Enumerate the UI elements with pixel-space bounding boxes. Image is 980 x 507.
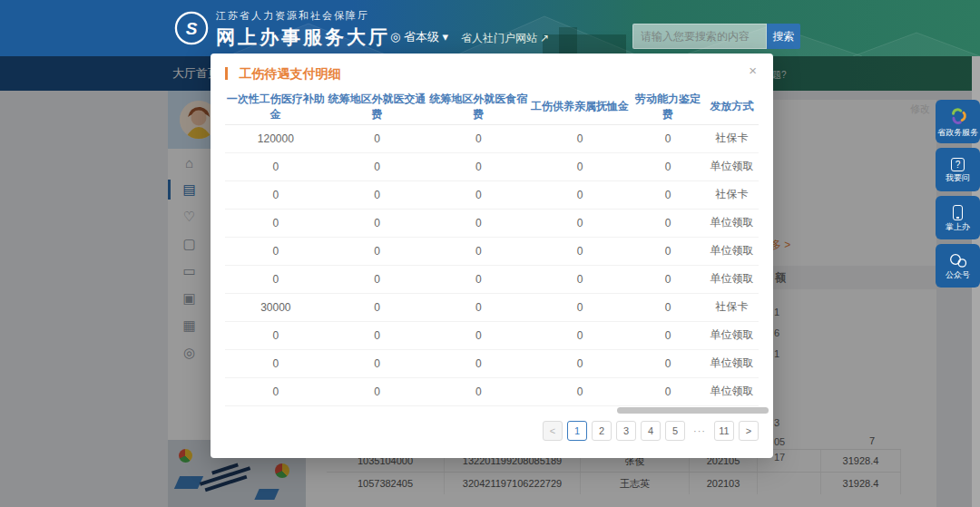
- table-cell: 0: [225, 377, 327, 405]
- table-row: 00000单位领取: [225, 237, 759, 265]
- table-header-row: 一次性工伤医疗补助金统筹地区外就医交通费统筹地区外就医食宿费工伤供养亲属抚恤金劳…: [225, 90, 759, 124]
- top-banner: S 江苏省人力资源和社会保障厅 网上办事服务大厅 ◎ 省本级 ▾ 省人社门户网站…: [0, 0, 980, 56]
- payment-detail-table: 一次性工伤医疗补助金统筹地区外就医交通费统筹地区外就医食宿费工伤供养亲属抚恤金劳…: [225, 90, 759, 406]
- table-cell: 0: [225, 237, 327, 265]
- table-cell: 0: [427, 152, 529, 180]
- table-cell: 社保卡: [705, 180, 759, 209]
- table-cell: 0: [327, 293, 428, 321]
- page: S 江苏省人力资源和社会保障厅 网上办事服务大厅 ◎ 省本级 ▾ 省人社门户网站…: [0, 0, 980, 507]
- table-cell: 0: [529, 180, 631, 209]
- table-cell: 0: [327, 377, 428, 405]
- table-cell: 单位领取: [705, 321, 759, 349]
- table-row: 00000单位领取: [225, 377, 759, 405]
- table-cell: 0: [225, 321, 327, 349]
- table-row: 00000单位领取: [225, 265, 759, 293]
- social-security-logo-icon: S: [174, 11, 209, 45]
- floating-toolbar: 省政务服务 ? 我要问 掌上办 公众号: [936, 100, 980, 292]
- next-page-button[interactable]: >: [739, 421, 759, 441]
- table-cell: 0: [631, 293, 705, 321]
- table-cell: 0: [631, 237, 705, 265]
- table-cell: 0: [631, 349, 705, 377]
- table-cell: 社保卡: [705, 293, 759, 321]
- table-cell: 0: [631, 180, 705, 209]
- question-icon: ?: [951, 158, 965, 171]
- ask-question-label: 我要问: [946, 174, 970, 182]
- gov-service-button[interactable]: 省政务服务: [936, 100, 980, 143]
- table-cell: 0: [427, 265, 529, 293]
- close-icon[interactable]: ×: [749, 63, 757, 77]
- mobile-app-label: 掌上办: [946, 223, 970, 231]
- svg-text:S: S: [186, 19, 198, 38]
- table-cell: 0: [529, 124, 631, 152]
- table-cell: 0: [529, 321, 631, 349]
- page-button-3[interactable]: 3: [616, 421, 636, 441]
- table-cell: 单位领取: [705, 349, 759, 377]
- table-cell: 0: [427, 237, 529, 265]
- mobile-app-button[interactable]: 掌上办: [936, 196, 980, 239]
- table-cell: 0: [225, 180, 327, 209]
- table-header-cell: 劳动能力鉴定费: [631, 90, 705, 124]
- table-cell: 0: [225, 209, 327, 237]
- site-title: 网上办事服务大厅: [216, 24, 390, 50]
- table-cell: 0: [529, 209, 631, 237]
- phone-icon: [953, 205, 963, 220]
- table-cell: 0: [327, 124, 428, 152]
- page-button-5[interactable]: 5: [665, 421, 685, 441]
- table-cell: 社保卡: [705, 124, 759, 152]
- table-cell: 0: [327, 152, 428, 180]
- page-button-2[interactable]: 2: [592, 421, 612, 441]
- table-cell: 单位领取: [705, 237, 759, 265]
- horizontal-scrollbar-thumb[interactable]: [617, 407, 769, 414]
- page-button-4[interactable]: 4: [641, 421, 661, 441]
- table-cell: 0: [529, 265, 631, 293]
- table-cell: 0: [631, 152, 705, 180]
- page-button-1[interactable]: 1: [567, 421, 587, 441]
- modal-title: 工伤待遇支付明细: [239, 66, 340, 81]
- table-cell: 0: [427, 180, 529, 209]
- table-header-cell: 发放方式: [705, 90, 759, 124]
- table-cell: 0: [427, 349, 529, 377]
- search-button[interactable]: 搜索: [767, 24, 800, 49]
- gov-service-label: 省政务服务: [937, 129, 978, 137]
- table-cell: 0: [529, 349, 631, 377]
- table-row: 00000单位领取: [225, 349, 759, 377]
- table-cell: 0: [631, 209, 705, 237]
- page-ellipsis: ···: [690, 421, 710, 441]
- table-row: 1200000000社保卡: [225, 124, 759, 152]
- table-cell: 0: [631, 124, 705, 152]
- wechat-icon: [948, 253, 968, 268]
- table-cell: 0: [427, 124, 529, 152]
- table-row: 00000单位领取: [225, 152, 759, 180]
- table-cell: 120000: [225, 124, 327, 152]
- payment-detail-modal: 工伤待遇支付明细 × 一次性工伤医疗补助金统筹地区外就医交通费统筹地区外就医食宿…: [211, 54, 773, 458]
- table-cell: 0: [225, 152, 327, 180]
- gov-logo-icon: [948, 106, 968, 126]
- table-header-cell: 工伤供养亲属抚恤金: [529, 90, 631, 124]
- table-header-cell: 一次性工伤医疗补助金: [225, 90, 327, 124]
- table-cell: 0: [631, 377, 705, 405]
- table-cell: 0: [327, 180, 428, 209]
- table-cell: 0: [427, 209, 529, 237]
- region-selector[interactable]: ◎ 省本级 ▾: [390, 29, 448, 45]
- table-header-cell: 统筹地区外就医交通费: [327, 90, 428, 124]
- table-header-cell: 统筹地区外就医食宿费: [427, 90, 529, 124]
- page-button-11[interactable]: 11: [714, 421, 734, 441]
- modal-titlebar: 工伤待遇支付明细 ×: [211, 54, 773, 90]
- table-cell: 0: [327, 265, 428, 293]
- table-row: 00000单位领取: [225, 209, 759, 237]
- ask-question-button[interactable]: ? 我要问: [936, 148, 980, 191]
- prev-page-button[interactable]: <: [543, 421, 563, 441]
- table-cell: 0: [427, 293, 529, 321]
- table-cell: 单位领取: [705, 209, 759, 237]
- title-accent-bar: [225, 67, 228, 80]
- org-name: 江苏省人力资源和社会保障厅: [216, 9, 390, 23]
- table-cell: 单位领取: [705, 152, 759, 180]
- table-cell: 0: [529, 377, 631, 405]
- official-account-button[interactable]: 公众号: [936, 244, 980, 288]
- portal-site-link[interactable]: 省人社门户网站 ↗: [461, 31, 549, 46]
- table-row: 300000000社保卡: [225, 293, 759, 321]
- table-cell: 0: [529, 152, 631, 180]
- official-account-label: 公众号: [946, 271, 970, 279]
- search-input[interactable]: [632, 24, 767, 49]
- pagination: <12345···11>: [543, 421, 759, 441]
